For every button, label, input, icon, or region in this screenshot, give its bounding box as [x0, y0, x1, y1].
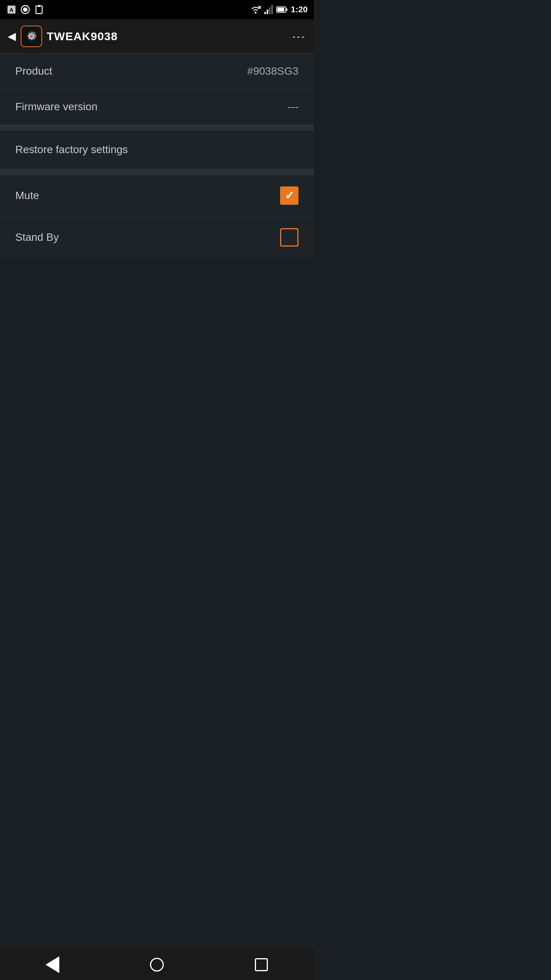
mute-checkmark: ✓ [285, 190, 294, 201]
svg-rect-9 [264, 12, 266, 14]
status-icons-right: 1:20 [250, 5, 308, 15]
svg-rect-12 [271, 5, 273, 14]
info-section: Product #9038SG3 Firmware version --- [0, 54, 314, 124]
signal-icon [264, 5, 273, 14]
mute-label: Mute [15, 189, 39, 202]
svg-rect-15 [277, 8, 284, 11]
standby-row[interactable]: Stand By [0, 217, 314, 258]
record-icon [20, 4, 31, 15]
toolbar: ◀ TWEAK9038 --- [0, 19, 314, 54]
status-bar: A [0, 0, 314, 19]
notification-icon: A [6, 4, 17, 15]
app-icon [21, 26, 42, 47]
svg-rect-11 [269, 7, 271, 14]
toolbar-menu-icon[interactable]: --- [292, 31, 306, 42]
factory-reset-row[interactable]: Restore factory settings [0, 131, 314, 169]
svg-point-3 [23, 7, 28, 12]
firmware-value: --- [288, 101, 298, 113]
section-divider-2 [0, 169, 314, 175]
section-divider-1 [0, 124, 314, 131]
toolbar-left: ◀ TWEAK9038 [8, 26, 118, 47]
svg-rect-5 [38, 5, 41, 7]
svg-rect-14 [286, 8, 287, 11]
status-icons-left: A [6, 4, 44, 15]
svg-rect-4 [36, 6, 42, 14]
mute-checkbox[interactable]: ✓ [280, 186, 298, 205]
back-icon[interactable]: ◀ [8, 30, 16, 42]
product-label: Product [15, 65, 52, 77]
product-value: #9038SG3 [247, 65, 298, 77]
factory-reset-section: Restore factory settings [0, 131, 314, 169]
firmware-label: Firmware version [15, 101, 98, 113]
wifi-icon [250, 5, 261, 14]
svg-text:A: A [10, 7, 14, 13]
battery-icon [276, 5, 288, 14]
factory-reset-label: Restore factory settings [15, 144, 128, 156]
standby-label: Stand By [15, 231, 59, 243]
gear-icon [24, 29, 39, 44]
firmware-row: Firmware version --- [0, 89, 314, 124]
svg-point-6 [255, 12, 257, 14]
product-row: Product #9038SG3 [0, 54, 314, 89]
toolbar-title: TWEAK9038 [47, 30, 118, 43]
clipboard-icon [34, 4, 44, 15]
status-time: 1:20 [291, 5, 308, 15]
svg-rect-10 [267, 10, 268, 14]
standby-checkbox[interactable] [280, 228, 298, 247]
settings-section: Mute ✓ Stand By [0, 175, 314, 258]
mute-row[interactable]: Mute ✓ [0, 175, 314, 216]
